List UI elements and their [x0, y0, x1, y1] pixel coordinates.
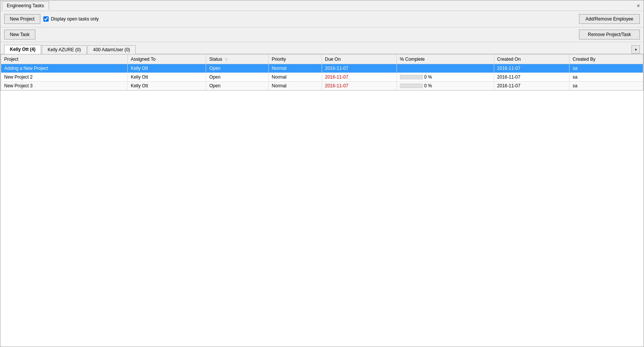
tab-kelly-azure[interactable]: Kelly AZURE (0) — [42, 45, 86, 54]
cell-created-by: sa — [569, 82, 643, 90]
new-project-button[interactable]: New Project — [4, 14, 40, 24]
content-area: Project Assigned To Status ▽ Priority Du… — [0, 54, 644, 347]
progress-label: 0 % — [424, 74, 432, 80]
display-open-tasks-label: Display open tasks only — [51, 16, 99, 22]
toolbar-right2: Remove Project/Task — [579, 30, 640, 39]
col-header-assigned-to: Assigned To — [127, 55, 206, 64]
data-grid: Project Assigned To Status ▽ Priority Du… — [1, 54, 643, 90]
table-row[interactable]: New Project 2Kelly OttOpenNormal2016-11-… — [1, 73, 643, 82]
cell-percent-complete: 0 % — [397, 73, 494, 82]
display-open-tasks-checkbox[interactable] — [43, 16, 49, 22]
tab-400-adamuser[interactable]: 400 AdamUser (0) — [87, 45, 136, 54]
grid-header-row: Project Assigned To Status ▽ Priority Du… — [1, 55, 643, 64]
col-header-status[interactable]: Status ▽ — [206, 55, 268, 64]
cell-assigned-to: Kelly Ott — [127, 73, 206, 82]
tab-kelly-ott[interactable]: Kelly Ott (4) — [4, 45, 41, 54]
cell-priority: Normal — [268, 64, 322, 73]
cell-created-on: 2016-11-07 — [494, 64, 569, 73]
tab-dropdown-button[interactable]: ▾ — [631, 45, 640, 54]
progress-label: 0 % — [424, 83, 432, 88]
cell-project: New Project 3 — [1, 82, 128, 90]
title-tab[interactable]: Engineering Tasks — [2, 1, 49, 10]
toolbar-row2: New Task Remove Project/Task — [0, 27, 644, 42]
cell-priority: Normal — [268, 73, 322, 82]
cell-percent-complete — [397, 64, 494, 73]
col-header-created-on: Created On — [494, 55, 569, 64]
cell-assigned-to: Kelly Ott — [127, 82, 206, 90]
cell-priority: Normal — [268, 82, 322, 90]
toolbar-right: Add/Remove Employee — [579, 14, 640, 24]
add-remove-employee-button[interactable]: Add/Remove Employee — [579, 14, 640, 24]
remove-project-task-button[interactable]: Remove Project/Task — [579, 30, 640, 39]
cell-created-by: sa — [569, 64, 643, 73]
status-sort-icon: ▽ — [225, 58, 228, 62]
cell-status: Open — [206, 73, 268, 82]
close-button[interactable]: × — [634, 2, 642, 9]
table-row[interactable]: Adding a New ProjectKelly OttOpenNormal2… — [1, 64, 643, 73]
cell-assigned-to: Kelly Ott — [127, 64, 206, 73]
cell-status: Open — [206, 64, 268, 73]
cell-status: Open — [206, 82, 268, 90]
toolbar-row1: New Project Display open tasks only Add/… — [0, 11, 644, 27]
cell-project: Adding a New Project — [1, 64, 128, 73]
table-row[interactable]: New Project 3Kelly OttOpenNormal2016-11-… — [1, 82, 643, 90]
tabs-area: Kelly Ott (4) Kelly AZURE (0) 400 AdamUs… — [0, 42, 644, 54]
col-header-percent-complete: % Complete — [397, 55, 494, 64]
col-header-due-on: Due On — [322, 55, 397, 64]
col-header-project: Project — [1, 55, 128, 64]
cell-created-on: 2016-11-07 — [494, 82, 569, 90]
display-open-tasks-checkbox-label[interactable]: Display open tasks only — [43, 16, 99, 22]
cell-due-on: 2016-11-07 — [322, 64, 397, 73]
cell-created-by: sa — [569, 73, 643, 82]
cell-due-on: 2016-11-07 — [322, 82, 397, 90]
cell-created-on: 2016-11-07 — [494, 73, 569, 82]
col-header-priority: Priority — [268, 55, 322, 64]
cell-due-on: 2016-11-07 — [322, 73, 397, 82]
new-task-button[interactable]: New Task — [4, 30, 35, 39]
title-bar: Engineering Tasks × — [0, 0, 644, 11]
col-header-created-by: Created By — [569, 55, 643, 64]
grid-wrapper: Project Assigned To Status ▽ Priority Du… — [0, 54, 644, 91]
main-window: Engineering Tasks × New Project Display … — [0, 0, 644, 347]
cell-percent-complete: 0 % — [397, 82, 494, 90]
cell-project: New Project 2 — [1, 73, 128, 82]
